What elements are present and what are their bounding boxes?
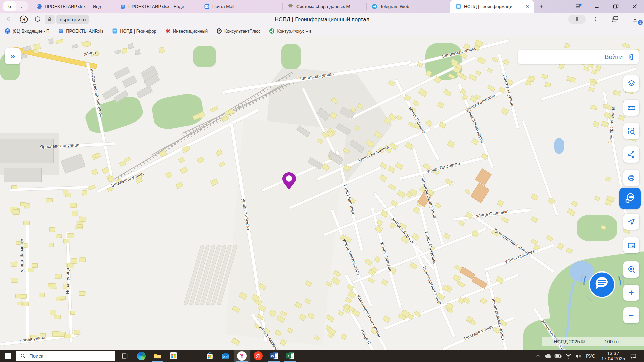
browser-menu-icon[interactable] <box>569 0 588 13</box>
map-building <box>618 115 625 121</box>
browser-tab[interactable]: ПРОЕКТЫ АИР.xlsx - Янде <box>115 0 199 13</box>
draw-objects-tool-active[interactable] <box>619 188 641 209</box>
expand-sidebar-button[interactable]: » <box>5 48 21 64</box>
map-building-large <box>4 168 42 182</box>
battery-icon[interactable] <box>553 350 563 362</box>
start-button[interactable] <box>0 350 16 362</box>
share-button[interactable] <box>623 146 639 163</box>
system-tray: РУС 13:37 17.04.2025 <box>533 350 644 362</box>
show-desktop-button[interactable] <box>641 350 644 362</box>
action-center-icon[interactable] <box>628 350 638 362</box>
collections-icon[interactable] <box>610 15 619 24</box>
map-building-orange <box>470 183 490 203</box>
close-icon[interactable] <box>625 0 644 13</box>
store-icon[interactable] <box>202 350 218 362</box>
ruler-button[interactable] <box>623 100 639 116</box>
excel-icon[interactable]: X <box>282 350 298 362</box>
print-button[interactable] <box>623 170 639 186</box>
kebab-menu-icon[interactable] <box>592 15 599 23</box>
clock[interactable]: 13:37 17.04.2025 <box>598 351 628 361</box>
refresh-icon[interactable] <box>34 15 42 23</box>
map-building <box>50 283 57 289</box>
address-url: nspd.gov.ru <box>60 17 86 22</box>
bookmark-item[interactable]: НСПД | Геоинфор <box>112 28 156 34</box>
language-indicator[interactable]: РУС <box>583 353 598 359</box>
onedrive-icon[interactable] <box>543 350 553 362</box>
map-canvas[interactable]: улицаЯм-Посадский переулокЯрославская ул… <box>0 36 644 350</box>
file-explorer-icon[interactable] <box>149 350 165 362</box>
ms-tile-icon[interactable] <box>165 350 181 362</box>
map-building <box>444 89 452 96</box>
map-building <box>453 274 461 282</box>
map-building <box>72 44 78 49</box>
site-security-button[interactable] <box>45 15 55 24</box>
gov-eagle-icon <box>288 4 293 9</box>
bookmark-item[interactable]: ПРОЕКТЫ АИР.xls <box>58 28 103 34</box>
map-building <box>197 157 204 163</box>
yandex-services-icon[interactable]: Я <box>19 15 28 24</box>
map-building <box>397 190 406 198</box>
pond <box>554 138 564 154</box>
map-building <box>70 311 75 315</box>
address-bar[interactable]: nspd.gov.ru <box>56 15 89 24</box>
map-building <box>159 47 165 53</box>
mail-app-icon[interactable] <box>218 350 234 362</box>
new-tab-button[interactable]: + <box>536 1 547 12</box>
volume-icon[interactable] <box>573 350 583 362</box>
map-building <box>63 239 69 243</box>
edge-icon[interactable] <box>133 350 149 362</box>
map-road <box>10 186 91 191</box>
browser-tab[interactable]: ПРОЕКТЫ АИР.xlsx — Янд <box>31 0 115 13</box>
bookmark-item[interactable]: КонсультантПлюс <box>216 28 260 34</box>
bookmark-item[interactable]: Контур.Фокус – в <box>269 28 311 34</box>
map-building <box>54 315 61 319</box>
tab-label: ПРОЕКТЫ АИР.xlsx - Янде <box>128 4 195 9</box>
taskbar-search-input[interactable]: Поиск <box>16 351 115 361</box>
login-button[interactable]: Войти <box>605 53 623 61</box>
tab-close-icon[interactable]: ✕ <box>524 4 531 9</box>
word-icon[interactable]: W <box>266 350 282 362</box>
map-building <box>79 291 85 296</box>
map-building <box>461 75 467 80</box>
maximize-button[interactable] <box>606 0 625 13</box>
login-bar[interactable]: Войти <box>518 50 639 64</box>
map-building <box>83 41 91 47</box>
print-icon <box>627 174 636 182</box>
chat-widget[interactable] <box>576 259 628 310</box>
bookmark-item[interactable]: Инвестиционный <box>165 28 208 34</box>
minimize-button[interactable] <box>588 0 606 13</box>
bookmark-item[interactable]: @(81) Входящие - П <box>5 28 49 34</box>
yandex-browser-taskbar-icon[interactable]: Y <box>234 350 250 362</box>
tab-counter[interactable]: 6 ⌄ <box>3 1 28 11</box>
browser-tab[interactable]: Telegram Web <box>366 0 450 13</box>
task-view-icon <box>121 352 129 360</box>
area-search-button[interactable] <box>623 123 639 139</box>
green-area <box>281 44 301 69</box>
street-label: улица Осипенко <box>476 209 509 218</box>
browser-tab[interactable]: Почта Mail <box>199 0 282 13</box>
task-view-button[interactable] <box>117 350 133 362</box>
map-building <box>622 43 630 49</box>
map-building <box>605 177 611 182</box>
layers-button[interactable] <box>623 75 639 92</box>
map-building <box>326 314 335 322</box>
tab-strip: ПРОЕКТЫ АИР.xlsx — ЯндПРОЕКТЫ АИР.xlsx -… <box>31 0 534 13</box>
browser-tab[interactable]: Система сбора данных М <box>282 0 366 13</box>
map-building <box>46 198 53 202</box>
street-label: улица Коммунаров <box>466 106 485 144</box>
map-pin[interactable] <box>281 172 297 192</box>
yandex-app-icon[interactable]: Я <box>250 350 266 362</box>
bookmark-icon <box>574 16 580 22</box>
back-button[interactable] <box>5 15 13 23</box>
wifi-icon[interactable] <box>563 350 573 362</box>
map-building <box>23 221 30 225</box>
bookmark-button[interactable] <box>568 15 586 24</box>
map-building <box>530 216 538 223</box>
chevron-down-icon[interactable]: ⌄ <box>16 2 28 11</box>
minimap-button[interactable] <box>623 237 639 253</box>
browser-tab[interactable]: НСПД | Геоинформаци✕ <box>450 0 534 13</box>
locate-button[interactable] <box>623 214 639 230</box>
map-building <box>231 338 240 346</box>
tray-chevron-icon[interactable] <box>533 350 543 362</box>
map-building <box>71 258 77 264</box>
